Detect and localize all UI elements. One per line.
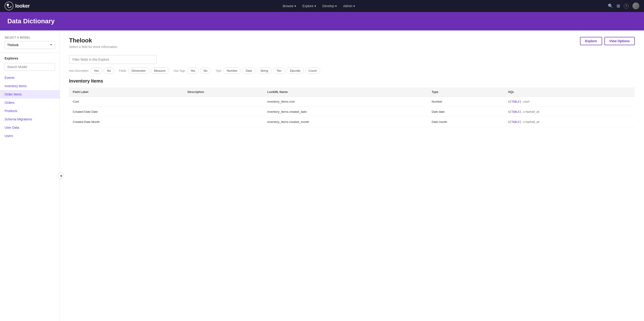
- data-table: Field Label Description LookML Name Type…: [69, 87, 635, 127]
- col-type: Type: [428, 87, 504, 97]
- header-banner: Data Dictionary: [0, 12, 644, 31]
- cell-sql: ${TABLE}.created_at: [504, 117, 635, 127]
- content-title-block: Thelook Select a field for more informat…: [69, 37, 118, 49]
- filter-chip-dimension[interactable]: Dimension: [128, 68, 149, 74]
- explore-menu[interactable]: Explore ▾: [300, 3, 318, 9]
- cell-description: [184, 117, 264, 127]
- top-navigation: looker Browse ▾ Explore ▾ Develop ▾ Admi…: [0, 0, 644, 12]
- col-sql: SQL: [504, 87, 635, 97]
- filter-chips-type: Number Date String Tier Zipcode Count: [223, 68, 320, 74]
- explore-chevron-icon: ▾: [314, 4, 316, 8]
- inventory-items-section: Inventory Items Field Label Description …: [69, 78, 635, 127]
- filter-group-fields: Fields Dimension Measure: [119, 68, 169, 74]
- content-header: Thelook Select a field for more informat…: [69, 37, 635, 49]
- topnav-links: Browse ▾ Explore ▾ Develop ▾ Admin ▾: [37, 3, 600, 9]
- view-options-button[interactable]: View Options: [604, 37, 635, 45]
- filter-chip-zipcode[interactable]: Zipcode: [286, 68, 304, 74]
- filter-bar: Has Description Yes No Fields Dimension …: [69, 55, 635, 74]
- sidebar-item-events[interactable]: Events: [0, 74, 60, 82]
- search-icon[interactable]: 🔍: [608, 4, 613, 9]
- grid-icon[interactable]: ⊞: [616, 4, 620, 9]
- admin-menu[interactable]: Admin ▾: [340, 3, 358, 9]
- filter-chip-count[interactable]: Count: [305, 68, 320, 74]
- help-icon[interactable]: ?: [624, 4, 629, 9]
- topnav-actions: 🔍 ⊞ ?: [608, 3, 640, 10]
- cell-description: [184, 97, 264, 107]
- table-header-row: Field Label Description LookML Name Type…: [69, 87, 635, 97]
- filter-label-has-description: Has Description: [69, 69, 88, 72]
- user-avatar[interactable]: [632, 3, 640, 10]
- cell-type: Number: [428, 97, 504, 107]
- page-title: Data Dictionary: [7, 18, 637, 25]
- cell-field-label: Cost: [69, 97, 184, 107]
- filter-chip-tier[interactable]: Tier: [273, 68, 285, 74]
- sidebar-wrapper: Select a Model Thelook Explores Events I…: [0, 31, 60, 321]
- develop-menu[interactable]: Develop ▾: [320, 3, 340, 9]
- col-lookml-name: LookML Name: [264, 87, 428, 97]
- explores-label: Explores: [0, 57, 60, 60]
- sidebar-item-order-items[interactable]: Order Items: [0, 90, 60, 98]
- table-row[interactable]: Cost inventory_items.cost Number ${TABLE…: [69, 97, 635, 107]
- cell-lookml-name: inventory_items.cost: [264, 97, 428, 107]
- filter-row: Has Description Yes No Fields Dimension …: [69, 68, 635, 74]
- filter-label-fields: Fields: [119, 69, 126, 72]
- sidebar-divider-1: [0, 53, 60, 53]
- search-model-input[interactable]: [4, 63, 55, 71]
- filter-chip-yes-tags[interactable]: Yes: [187, 68, 199, 74]
- filter-chip-string[interactable]: String: [257, 68, 272, 74]
- cell-lookml-name: inventory_items.created_month: [264, 117, 428, 127]
- table-row[interactable]: Created Date Date inventory_items.create…: [69, 107, 635, 117]
- filter-label-type: Type: [216, 69, 222, 72]
- cell-description: [184, 107, 264, 117]
- filter-chips-has-tags: Yes No: [187, 68, 211, 74]
- explore-subtitle: Select a field for more information.: [69, 45, 118, 49]
- col-description: Description: [184, 87, 264, 97]
- cell-type: Date date: [428, 107, 504, 117]
- cell-lookml-name: inventory_items.created_date: [264, 107, 428, 117]
- explore-title: Thelook: [69, 37, 118, 44]
- model-select[interactable]: Thelook: [4, 41, 55, 49]
- sidebar-nav: Events Inventory Items Order Items Order…: [0, 74, 60, 140]
- sidebar-item-products[interactable]: Products: [0, 107, 60, 115]
- filter-group-type: Type Number Date String Tier Zipcode Cou…: [216, 68, 320, 74]
- sidebar-collapse-button[interactable]: ◀: [58, 173, 64, 179]
- content-actions: Explore View Options: [580, 37, 635, 45]
- svg-point-1: [7, 4, 9, 6]
- explore-button[interactable]: Explore: [580, 37, 602, 45]
- filter-chip-date[interactable]: Date: [242, 68, 255, 74]
- admin-chevron-icon: ▾: [353, 4, 355, 8]
- model-label: Select a Model: [4, 36, 55, 39]
- filter-label-has-tags: Has Tags: [174, 69, 185, 72]
- svg-point-0: [5, 2, 13, 10]
- filter-chips-fields: Dimension Measure: [128, 68, 169, 74]
- model-selector-section: Select a Model Thelook: [0, 36, 60, 49]
- filter-fields-input[interactable]: [69, 55, 156, 64]
- cell-field-label: Created Date Month: [69, 117, 184, 127]
- content-area: Thelook Select a field for more informat…: [60, 31, 644, 321]
- browse-chevron-icon: ▾: [294, 4, 296, 8]
- cell-sql: ${TABLE}.created_at: [504, 107, 635, 117]
- sidebar-item-user-data[interactable]: User Data: [0, 123, 60, 132]
- main-layout: Select a Model Thelook Explores Events I…: [0, 31, 644, 321]
- sidebar-item-users[interactable]: Users: [0, 132, 60, 140]
- filter-chip-no-tags[interactable]: No: [200, 68, 211, 74]
- filter-chip-measure[interactable]: Measure: [150, 68, 169, 74]
- cell-type: Date month: [428, 117, 504, 127]
- browse-menu[interactable]: Browse ▾: [280, 3, 299, 9]
- sidebar-item-inventory-items[interactable]: Inventory Items: [0, 82, 60, 90]
- filter-group-has-description: Has Description Yes No: [69, 68, 114, 74]
- sidebar-item-orders[interactable]: Orders: [0, 98, 60, 107]
- develop-chevron-icon: ▾: [335, 4, 337, 8]
- logo[interactable]: looker: [4, 2, 30, 10]
- cell-sql: ${TABLE}.cost: [504, 97, 635, 107]
- filter-chip-no-description[interactable]: No: [104, 68, 114, 74]
- filter-chips-has-description: Yes No: [90, 68, 114, 74]
- sidebar: Select a Model Thelook Explores Events I…: [0, 31, 60, 321]
- sidebar-item-schema-migrations[interactable]: Schema Migrations: [0, 115, 60, 123]
- filter-chip-yes-description[interactable]: Yes: [90, 68, 102, 74]
- col-field-label: Field Label: [69, 87, 184, 97]
- table-row[interactable]: Created Date Month inventory_items.creat…: [69, 117, 635, 127]
- section-title: Inventory Items: [69, 78, 635, 84]
- filter-chip-number[interactable]: Number: [223, 68, 241, 74]
- filter-group-has-tags: Has Tags Yes No: [174, 68, 211, 74]
